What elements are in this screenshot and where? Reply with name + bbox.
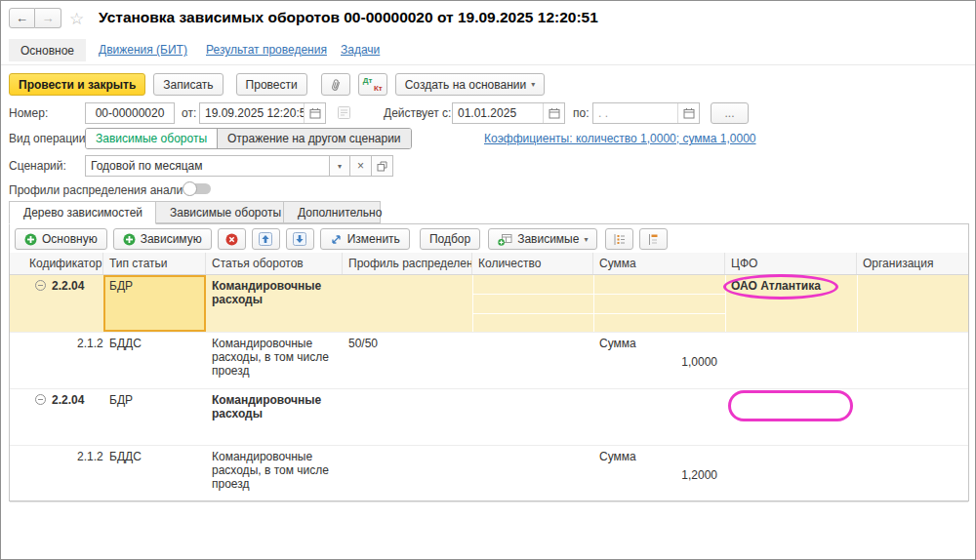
table-row-dependent-2[interactable]: 2.1.21.05 БДДС Командировочные расходы, … xyxy=(10,446,968,502)
tab-dependency-tree[interactable]: Дерево зависимостей xyxy=(9,201,156,224)
turnover-item-cell[interactable]: Командировочные расходы xyxy=(206,389,343,445)
profiles-toggle[interactable] xyxy=(183,181,212,196)
collapse-node-icon[interactable] xyxy=(35,280,46,291)
document-date-input[interactable]: 19.09.2025 12:20:51 xyxy=(199,102,326,124)
post-button[interactable]: Провести xyxy=(236,73,307,96)
sum-cell[interactable]: Сумма 1,0000 xyxy=(593,333,725,388)
table-toolbar: Основную Зависимую xyxy=(15,228,668,250)
table-header-row: Кодификатор Тип статьи Статья оборотов П… xyxy=(10,253,968,275)
coefficients-link[interactable]: Коэффициенты: количество 1,0000; сумма 1… xyxy=(484,132,756,145)
dependents-menu-button[interactable]: Зависимые ▾ xyxy=(488,228,597,250)
back-button[interactable]: ← xyxy=(9,8,35,28)
turnover-item-value: Командировочные расходы xyxy=(212,393,321,420)
cfo-cell[interactable]: ОАО Атлантика xyxy=(725,275,857,332)
table-row-group-2[interactable]: 2.2.04 БДР Командировочные расходы xyxy=(10,389,968,446)
col-header-organization[interactable]: Организация xyxy=(857,253,968,274)
list-level-button[interactable] xyxy=(605,228,633,250)
cfo-cell[interactable] xyxy=(725,333,857,388)
item-type-cell[interactable]: БДДС xyxy=(103,333,206,388)
tab-movements-link[interactable]: Движения (БИТ) xyxy=(99,43,187,57)
col-header-codifier[interactable]: Кодификатор xyxy=(10,253,103,274)
move-down-button[interactable] xyxy=(286,228,314,250)
col-header-sum[interactable]: Сумма xyxy=(593,253,725,274)
quantity-cell[interactable] xyxy=(472,446,593,501)
create-based-on-button[interactable]: Создать на основании ▾ xyxy=(395,73,546,96)
edit-row-button[interactable]: Изменить xyxy=(320,228,410,250)
more-dates-button[interactable]: ... xyxy=(711,102,749,124)
distribution-profile-cell[interactable] xyxy=(343,389,472,445)
add-dependent-row-button[interactable]: Зависимую xyxy=(113,228,212,250)
turnover-item-cell[interactable]: Командировочные расходы, в том числе про… xyxy=(206,446,343,501)
scenario-clear-button[interactable]: × xyxy=(350,155,372,177)
col-header-distribution-profile[interactable]: Профиль распределения xyxy=(343,253,472,274)
turnover-item-cell[interactable]: Командировочные расходы, в том числе про… xyxy=(206,333,343,388)
add-main-row-button[interactable]: Основную xyxy=(15,228,107,250)
delete-row-button[interactable] xyxy=(218,228,246,250)
write-button[interactable]: Записать xyxy=(153,73,223,96)
codifier-cell[interactable]: 2.1.21.05 xyxy=(10,446,103,501)
sum-cell[interactable]: Сумма 1,2000 xyxy=(593,446,725,501)
cfo-cell[interactable] xyxy=(725,389,857,445)
col-header-quantity[interactable]: Количество xyxy=(472,253,593,274)
organization-cell[interactable] xyxy=(857,389,968,445)
sum-cell[interactable] xyxy=(593,275,725,332)
move-up-button[interactable] xyxy=(252,228,280,250)
tree-display-button[interactable] xyxy=(639,228,668,250)
organization-cell[interactable] xyxy=(857,275,968,332)
calendar-icon[interactable] xyxy=(543,103,564,123)
tab-tasks-link[interactable]: Задачи xyxy=(341,43,380,57)
codifier-cell[interactable]: 2.2.04 xyxy=(10,389,103,445)
post-and-close-button[interactable]: Провести и закрыть xyxy=(9,73,145,96)
favorite-star-icon[interactable]: ☆ xyxy=(69,9,84,29)
item-type-cell-focused[interactable]: БДР xyxy=(103,275,206,332)
tab-post-result-link[interactable]: Результат проведения xyxy=(206,43,327,57)
valid-to-input[interactable]: . . xyxy=(592,102,700,124)
subcell-divider xyxy=(725,275,726,332)
number-input[interactable]: 00-00000020 xyxy=(85,102,175,124)
forward-button[interactable]: → xyxy=(35,8,61,28)
attachments-button[interactable] xyxy=(321,73,350,96)
close-icon: × xyxy=(357,159,364,173)
option-dependent-turnovers[interactable]: Зависимые обороты xyxy=(86,129,217,148)
collapse-node-icon[interactable] xyxy=(35,394,46,405)
tab-additional[interactable]: Дополнительно xyxy=(284,201,381,223)
organization-cell[interactable] xyxy=(857,333,968,388)
forward-arrow-icon: → xyxy=(42,11,55,25)
distribution-profile-cell[interactable] xyxy=(343,275,472,332)
table-row-group-1[interactable]: 2.2.04 БДР Командировочные расходы ОАО А… xyxy=(10,275,968,333)
quantity-cell[interactable] xyxy=(472,275,593,332)
codifier-cell[interactable]: 2.2.04 xyxy=(10,275,103,332)
page-title: Установка зависимых оборотов 00-00000020… xyxy=(99,9,598,26)
valid-from-input[interactable]: 01.01.2025 xyxy=(452,102,565,124)
quantity-cell[interactable] xyxy=(472,333,593,388)
item-type-cell[interactable]: БДР xyxy=(103,389,206,445)
col-header-cfo[interactable]: ЦФО xyxy=(725,253,857,274)
calendar-icon[interactable] xyxy=(677,103,699,123)
scenario-open-button[interactable] xyxy=(372,155,393,177)
distribution-profile-cell[interactable]: 50/50 xyxy=(343,333,472,388)
sum-cell[interactable] xyxy=(593,389,725,445)
col-header-turnover-item[interactable]: Статья оборотов xyxy=(206,253,343,274)
scenario-dropdown-button[interactable]: ▾ xyxy=(329,155,350,177)
quantity-cell[interactable] xyxy=(472,389,593,445)
add-icon xyxy=(24,233,37,246)
tab-dependent-turnovers[interactable]: Зависимые обороты xyxy=(156,201,284,223)
organization-cell[interactable] xyxy=(857,446,968,501)
debit-credit-button[interactable]: Дт Кт xyxy=(358,73,387,96)
command-bar: Провести и закрыть Записать Провести Дт … xyxy=(9,73,545,96)
item-type-cell[interactable]: БДДС xyxy=(103,446,206,501)
calendar-icon[interactable] xyxy=(304,103,325,123)
item-type-value: БДР xyxy=(109,279,133,293)
codifier-cell[interactable]: 2.1.21.05 xyxy=(10,333,103,388)
cfo-cell[interactable] xyxy=(725,446,857,501)
pick-button[interactable]: Подбор xyxy=(420,228,480,250)
col-header-item-type[interactable]: Тип статьи xyxy=(103,253,206,274)
table-row-dependent-1[interactable]: 2.1.21.05 БДДС Командировочные расходы, … xyxy=(10,333,968,389)
item-type-value: БДДС xyxy=(109,337,142,350)
turnover-item-cell[interactable]: Командировочные расходы xyxy=(206,275,343,332)
distribution-profile-cell[interactable] xyxy=(343,446,472,501)
scenario-input[interactable]: Годовой по месяцам xyxy=(85,155,329,177)
chevron-down-icon: ▾ xyxy=(338,162,342,171)
tab-main[interactable]: Основное xyxy=(9,39,86,61)
option-other-scenario[interactable]: Отражение на другом сценарии xyxy=(217,129,411,148)
